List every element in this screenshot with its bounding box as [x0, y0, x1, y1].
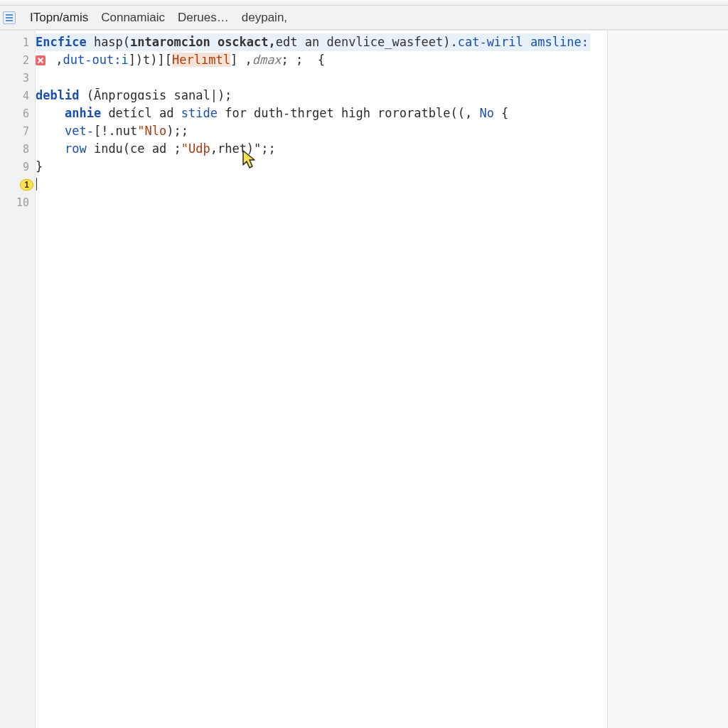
token: row	[65, 141, 87, 156]
tab-file[interactable]: ITopn/amis	[30, 11, 88, 25]
token: detícl ad	[101, 106, 181, 120]
token: (Ānprogɑsis sanal|);	[79, 88, 232, 102]
tab-deypain[interactable]: deypain,	[242, 11, 287, 25]
code-content[interactable]: Encfice hasp(ıntaromcion osckact,edt an …	[36, 33, 607, 193]
token: vet-	[65, 124, 94, 138]
tab-derues[interactable]: Derues…	[178, 11, 229, 25]
line-number: 9	[0, 161, 35, 173]
window-chrome	[0, 0, 728, 6]
token: duth-thrget high rororatble((,	[254, 106, 479, 120]
token: i	[121, 53, 128, 67]
token: ] ,	[230, 53, 252, 67]
line-number: 3	[0, 72, 35, 85]
token: ,rhet)";;	[210, 141, 276, 156]
right-margin	[607, 31, 728, 728]
line-number: 7	[0, 125, 35, 138]
warning-badge[interactable]: 1	[20, 179, 33, 191]
line-number: 2	[0, 54, 35, 67]
token: ; ; {	[282, 53, 325, 67]
token: edt an	[276, 35, 327, 49]
token: dmax	[252, 53, 282, 67]
line-number: 4	[0, 90, 35, 102]
token: ])t)][	[129, 53, 172, 67]
token: ).	[443, 35, 457, 49]
token-string: "Udþ	[181, 141, 210, 156]
token: cat‑wiril amsline:	[458, 35, 589, 49]
token: ,	[48, 53, 63, 67]
token: );;	[166, 124, 188, 138]
token-keyword: deblid	[36, 88, 79, 102]
code-area[interactable]: Encfice hasp(ıntaromcion osckact,edt an …	[36, 31, 607, 728]
tab-connamiaic[interactable]: Connamiaic	[101, 11, 165, 25]
token: for	[218, 106, 254, 120]
line-number-gutter: 1 2 3 4 6 7 8 9 9 1 10	[0, 31, 36, 728]
token: [!.nut	[94, 124, 137, 138]
token-keyword: stide	[181, 106, 218, 120]
token: dut-out:	[63, 53, 121, 67]
token: }	[36, 159, 43, 173]
text-caret	[36, 178, 37, 191]
file-icon	[3, 11, 16, 24]
line-number: 10	[0, 196, 35, 209]
token: No	[479, 106, 493, 120]
token-string: "Nlo	[137, 124, 166, 138]
token: Herlımtl	[172, 53, 230, 67]
error-icon[interactable]	[36, 55, 46, 65]
token: hasp(	[87, 35, 130, 49]
editor: 1 2 3 4 6 7 8 9 9 1 10 Encfice hasp(ınta…	[0, 30, 728, 728]
line-number: 1	[0, 36, 35, 49]
line-number: 8	[0, 143, 35, 156]
token-keyword: anhie	[65, 106, 101, 120]
token: indu(ce ad ;	[87, 141, 181, 156]
token-keyword: Encfice	[36, 35, 87, 49]
line-number: 6	[0, 107, 35, 120]
token: ıntaromcion osckact,	[130, 35, 276, 49]
token: {	[494, 106, 508, 120]
token: denvlice_wasfeet	[326, 35, 443, 49]
tab-bar: ITopn/amis Connamiaic Derues… deypain,	[0, 6, 728, 30]
